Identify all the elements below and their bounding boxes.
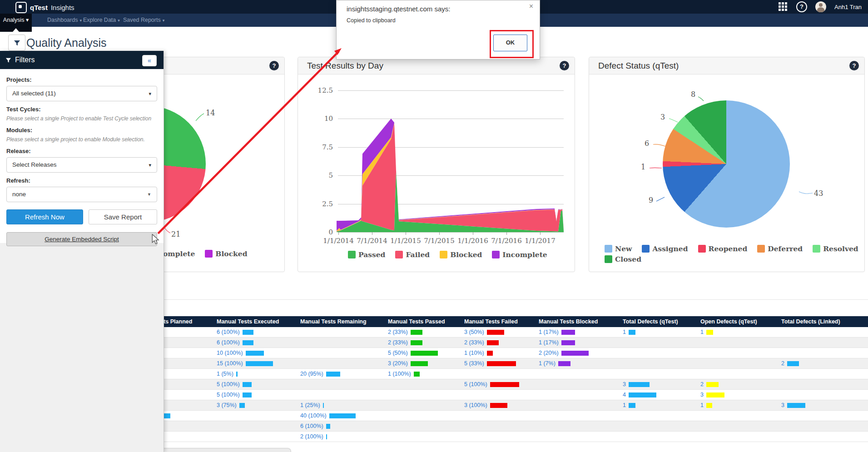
cell-value-link[interactable]: 10 (100%)	[217, 350, 243, 356]
cell-value-link[interactable]: 1	[623, 402, 626, 408]
cell-value-link[interactable]: 1	[700, 402, 704, 408]
cell-value-link[interactable]: 6 (100%)	[300, 423, 323, 429]
x-axis-tick-label: 1/1/2014	[320, 237, 357, 245]
cell-value-link[interactable]: 1 (10%)	[464, 350, 484, 356]
legend-label: Assigned	[652, 244, 688, 253]
cell-value-link[interactable]: 20 (95%)	[300, 371, 323, 377]
column-header[interactable]: Manual Tests Blocked	[535, 318, 619, 325]
cell-bar	[706, 330, 713, 335]
cell-value-link[interactable]: 3	[781, 402, 784, 408]
refresh-select[interactable]: none ▼	[6, 187, 157, 202]
generate-embedded-script-button[interactable]: Generate Embedded Script	[6, 232, 157, 246]
column-header[interactable]: Manual Tests Failed	[461, 318, 535, 325]
legend-item[interactable]: Blocked	[440, 250, 482, 259]
filter-toggle-button[interactable]	[8, 35, 25, 51]
legend-item[interactable]: Passed	[348, 250, 385, 259]
cell-value-link[interactable]: 2 (33%)	[388, 329, 408, 335]
cell-value-link[interactable]: 5 (100%)	[217, 381, 240, 387]
collapse-panel-button[interactable]: «	[142, 55, 157, 66]
cell-value-link[interactable]: 15 (100%)	[217, 360, 243, 367]
column-header[interactable]: Total Defects (Linked)	[778, 318, 868, 325]
cell-value-link[interactable]: 3 (75%)	[217, 402, 237, 408]
cell-value-link[interactable]: 1 (5%)	[217, 371, 233, 377]
cell-value-link[interactable]: 1 (25%)	[300, 402, 320, 408]
column-header[interactable]: Total Defects (qTest)	[619, 318, 697, 325]
cell-value-link[interactable]: 1 (100%)	[388, 371, 411, 377]
column-header[interactable]: Manual Tests Executed	[213, 318, 297, 325]
cell-value-link[interactable]: 1 (7%)	[539, 360, 556, 367]
table-cell: 6 (100%)	[213, 339, 297, 346]
close-icon[interactable]: ×	[529, 2, 533, 10]
cell-bar	[706, 392, 724, 397]
cell-value-link[interactable]: 5 (33%)	[464, 360, 484, 367]
avatar[interactable]	[815, 1, 826, 12]
table-cell: 2 (33%)	[384, 339, 461, 346]
cell-value-link[interactable]: 4	[623, 392, 626, 398]
cell-value-link[interactable]: 2 (100%)	[300, 433, 323, 440]
cell-bar	[246, 361, 273, 366]
legend-item[interactable]: Resolved	[813, 244, 858, 253]
cell-value-link[interactable]: 3 (100%)	[464, 402, 487, 408]
cell-value-link[interactable]: 2	[781, 360, 784, 367]
question-icon[interactable]: ?	[560, 61, 569, 70]
release-select[interactable]: Select Releases ▾	[6, 157, 157, 173]
menu-item-saved-reports[interactable]: Saved Reports▾	[123, 14, 164, 27]
menu-item-dashboards[interactable]: Dashboards▾	[47, 14, 82, 27]
filters-panel: Filters « Projects: All selected (11) ▾ …	[0, 51, 164, 452]
column-header[interactable]: Open Defects (qTest)	[697, 318, 778, 325]
column-header[interactable]: Manual Tests Passed	[384, 318, 461, 325]
ok-button[interactable]: OK	[493, 35, 527, 51]
pie-chart[interactable]	[663, 100, 790, 228]
legend-item[interactable]: Incomplete	[492, 250, 547, 259]
x-axis-tick-mark	[473, 232, 473, 235]
x-axis-tick-label: 1/1/2017	[522, 237, 558, 245]
cell-value-link[interactable]: 2 (33%)	[464, 339, 484, 346]
save-report-button[interactable]: Save Report	[89, 209, 157, 224]
table-cell: 4	[619, 392, 697, 398]
cell-value-link[interactable]: 40 (100%)	[300, 412, 327, 419]
cell-bar	[411, 351, 438, 356]
dialog-title: insightsstaging.qtestnet.com says:	[347, 5, 450, 13]
projects-select[interactable]: All selected (11) ▾	[6, 86, 157, 101]
cell-value-link[interactable]: 2 (33%)	[388, 339, 408, 346]
legend-item[interactable]: Failed	[395, 250, 430, 259]
cell-value-link[interactable]: 1	[623, 329, 626, 335]
legend-item[interactable]: omplete	[163, 249, 195, 258]
cell-value-link[interactable]: 2	[700, 381, 704, 387]
cell-value-link[interactable]: 5 (100%)	[464, 381, 487, 387]
y-axis-tick: 2.5	[310, 200, 333, 208]
cell-value-link[interactable]: 1 (17%)	[539, 329, 559, 335]
help-icon[interactable]: ?	[796, 1, 807, 12]
table-cell: 2 (33%)	[461, 339, 535, 346]
cell-value-link[interactable]: 1	[700, 329, 704, 335]
cell-value-link[interactable]: 3 (20%)	[388, 360, 408, 367]
user-name[interactable]: Anh1 Tran	[834, 4, 862, 10]
cell-value-link[interactable]: 3	[700, 392, 704, 398]
table-row: 40 (100%)	[129, 411, 868, 421]
filters-body: Projects: All selected (11) ▾ Test Cycle…	[0, 69, 164, 243]
cell-value-link[interactable]: 6 (100%)	[217, 329, 240, 335]
cell-value-link[interactable]: 6 (100%)	[217, 339, 240, 346]
apps-grid-icon[interactable]	[779, 2, 788, 12]
cell-value-link[interactable]: 3 (50%)	[464, 329, 484, 335]
menu-item-analysis[interactable]: Analysis ▾	[0, 14, 32, 32]
x-axis-tick-mark	[439, 232, 440, 235]
legend-item[interactable]: Closed	[605, 255, 641, 263]
legend-item[interactable]: Deferred	[757, 244, 803, 253]
question-icon[interactable]: ?	[849, 61, 859, 70]
menu-item-explore-data[interactable]: Explore Data▾	[83, 14, 120, 27]
legend-item[interactable]: Blocked	[205, 249, 247, 258]
legend-item[interactable]: New	[605, 244, 632, 253]
legend-item[interactable]: Reopened	[698, 244, 748, 253]
table-cell: 1 (17%)	[535, 339, 619, 346]
cell-value-link[interactable]: 3	[623, 381, 626, 387]
cell-value-link[interactable]: 5 (50%)	[388, 350, 408, 356]
refresh-now-button[interactable]: Refresh Now	[6, 209, 83, 224]
legend-item[interactable]: Assigned	[642, 244, 688, 253]
cell-value-link[interactable]: 2 (20%)	[539, 350, 559, 356]
cell-value-link[interactable]: 5 (100%)	[217, 392, 240, 398]
release-label: Release:	[6, 148, 157, 154]
column-header[interactable]: Manual Tests Remaining	[297, 318, 384, 325]
cell-value-link[interactable]: 1 (17%)	[539, 339, 559, 346]
question-icon[interactable]: ?	[269, 61, 279, 70]
